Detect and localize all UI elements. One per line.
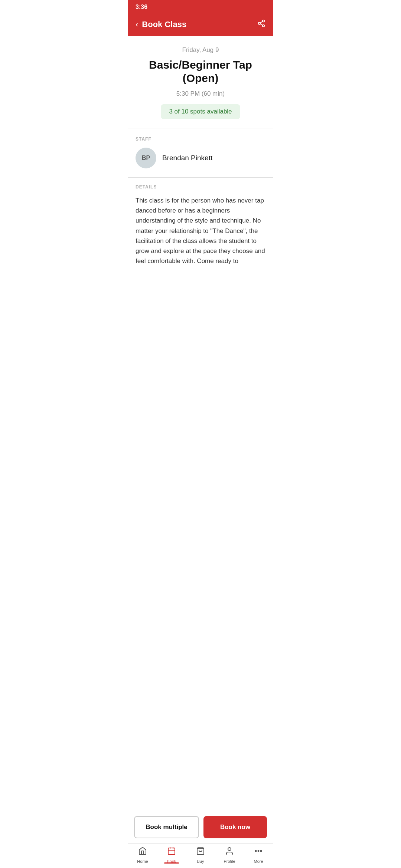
more-nav-label: More bbox=[254, 859, 263, 864]
sidebar-item-more[interactable]: More bbox=[247, 846, 270, 864]
spots-badge: 3 of 10 spots available bbox=[161, 104, 240, 119]
book-multiple-button[interactable]: Book multiple bbox=[134, 816, 199, 838]
more-icon bbox=[254, 846, 263, 858]
status-bar: 3:36 bbox=[128, 0, 273, 14]
sidebar-item-buy[interactable]: Buy bbox=[189, 846, 212, 864]
bottom-buttons: Book multiple Book now bbox=[128, 812, 273, 843]
sidebar-item-book[interactable]: Book bbox=[160, 846, 183, 864]
book-now-button[interactable]: Book now bbox=[203, 816, 267, 838]
svg-point-12 bbox=[258, 851, 259, 852]
home-icon bbox=[138, 846, 147, 858]
profile-nav-label: Profile bbox=[224, 859, 235, 864]
sidebar-item-profile[interactable]: Profile bbox=[218, 846, 241, 864]
svg-point-13 bbox=[261, 851, 262, 852]
class-name: Basic/Beginner Tap (Open) bbox=[136, 58, 265, 85]
svg-rect-5 bbox=[168, 848, 175, 855]
staff-avatar: BP bbox=[136, 148, 156, 168]
svg-point-11 bbox=[255, 851, 257, 852]
buy-nav-label: Buy bbox=[197, 859, 204, 864]
buy-icon bbox=[196, 846, 205, 858]
sidebar-item-home[interactable]: Home bbox=[131, 846, 154, 864]
status-time: 3:36 bbox=[136, 4, 147, 10]
svg-line-3 bbox=[260, 24, 263, 25]
staff-section: STAFF BP Brendan Pinkett bbox=[128, 128, 273, 168]
profile-icon bbox=[225, 846, 234, 858]
class-time: 5:30 PM (60 min) bbox=[136, 90, 265, 98]
class-info-section: Friday, Aug 9 Basic/Beginner Tap (Open) … bbox=[128, 36, 273, 128]
details-section: DETAILS This class is for the person who… bbox=[128, 177, 273, 266]
svg-point-10 bbox=[228, 848, 231, 851]
class-date: Friday, Aug 9 bbox=[136, 46, 265, 54]
share-icon[interactable] bbox=[257, 19, 265, 29]
staff-section-label: STAFF bbox=[136, 137, 265, 142]
bottom-nav: Home Book Buy bbox=[128, 843, 273, 868]
header-left: ‹ Book Class bbox=[136, 20, 186, 29]
nav-active-indicator bbox=[164, 862, 179, 864]
svg-line-4 bbox=[260, 22, 263, 23]
back-icon[interactable]: ‹ bbox=[136, 20, 138, 29]
content-area: Friday, Aug 9 Basic/Beginner Tap (Open) … bbox=[128, 36, 273, 303]
page-title: Book Class bbox=[142, 20, 186, 29]
header: ‹ Book Class bbox=[128, 14, 273, 36]
details-text: This class is for the person who has nev… bbox=[136, 195, 265, 266]
book-icon bbox=[167, 846, 176, 858]
details-section-label: DETAILS bbox=[136, 184, 265, 190]
home-nav-label: Home bbox=[137, 859, 148, 864]
staff-row: BP Brendan Pinkett bbox=[136, 148, 265, 168]
staff-name: Brendan Pinkett bbox=[162, 154, 212, 162]
